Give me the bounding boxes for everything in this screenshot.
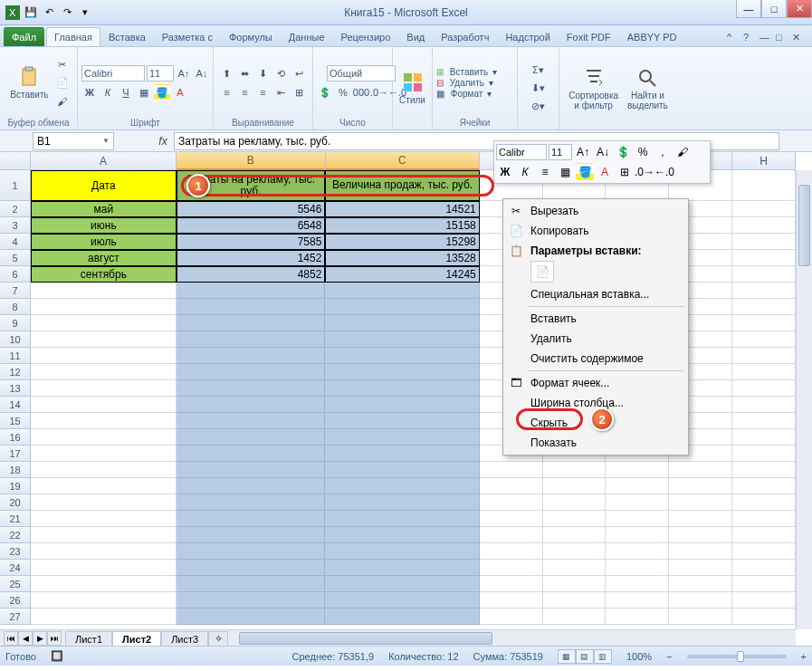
align-top-icon[interactable]: ⬆: [219, 65, 235, 81]
cell-G25[interactable]: [669, 576, 732, 592]
cell-C5[interactable]: 13528: [325, 250, 479, 266]
mini-format-painter-icon[interactable]: 🖌: [673, 143, 692, 161]
undo-icon[interactable]: ↶: [42, 5, 56, 20]
cell-H4[interactable]: [732, 234, 796, 250]
cell-C4[interactable]: 15298: [325, 234, 479, 250]
ctx-copy[interactable]: 📄 Копировать: [505, 221, 686, 241]
cell-A11[interactable]: [31, 348, 177, 364]
cell-G20[interactable]: [669, 494, 732, 511]
tab-data[interactable]: Данные: [281, 27, 333, 46]
tab-insert[interactable]: Вставка: [100, 27, 154, 46]
cell-F27[interactable]: [606, 609, 669, 625]
column-header-C[interactable]: C: [326, 152, 481, 170]
row-header-15[interactable]: 15: [0, 413, 31, 429]
cell-A15[interactable]: [31, 413, 177, 429]
cell-C9[interactable]: [325, 315, 479, 331]
ctx-cut[interactable]: ✂ Вырезать: [505, 201, 686, 221]
cell-B11[interactable]: [177, 348, 326, 364]
name-box[interactable]: B1 ▼: [33, 132, 114, 150]
find-select-button[interactable]: Найти и выделить: [624, 65, 672, 112]
cell-H5[interactable]: [732, 250, 796, 266]
cut-icon[interactable]: ✂: [54, 57, 71, 73]
cell-E19[interactable]: [543, 478, 607, 494]
cell-A16[interactable]: [31, 429, 177, 446]
ctx-paste-option-1[interactable]: 📄: [530, 261, 554, 283]
sheet-tab-2[interactable]: Лист2: [112, 631, 161, 647]
row-header-14[interactable]: 14: [0, 397, 31, 413]
cell-B23[interactable]: [177, 543, 326, 560]
doc-min-icon[interactable]: —: [759, 32, 772, 44]
zoom-knob[interactable]: [737, 651, 744, 662]
vscroll-thumb[interactable]: [798, 185, 810, 266]
tab-developer[interactable]: Разработч: [433, 27, 497, 46]
cell-H25[interactable]: [732, 576, 796, 592]
cell-G18[interactable]: [669, 462, 732, 478]
cell-B22[interactable]: [177, 527, 326, 543]
cell-D27[interactable]: [480, 609, 543, 625]
indent-dec-icon[interactable]: ⇤: [273, 84, 290, 101]
cell-B14[interactable]: [177, 397, 326, 413]
doc-close-icon[interactable]: ✕: [792, 32, 805, 44]
cell-B6[interactable]: 4852: [177, 266, 326, 283]
cell-D25[interactable]: [480, 576, 543, 592]
hscroll-thumb[interactable]: [239, 632, 492, 645]
cells-insert-button[interactable]: ⊞ Вставить ▾: [436, 67, 497, 77]
cell-H13[interactable]: [732, 380, 796, 397]
mini-align-center-icon[interactable]: ≡: [536, 163, 554, 181]
help-icon[interactable]: ?: [743, 32, 756, 44]
cells-format-button[interactable]: ▦ Формат ▾: [436, 89, 492, 99]
copy-icon[interactable]: 📄: [54, 75, 71, 91]
cell-A5[interactable]: август: [31, 250, 177, 266]
cell-H19[interactable]: [732, 478, 796, 494]
file-tab[interactable]: Файл: [4, 27, 44, 46]
tab-addins[interactable]: Надстрой: [497, 27, 558, 46]
cell-A1[interactable]: Дата: [31, 170, 177, 201]
cell-D21[interactable]: [480, 511, 543, 527]
cell-C26[interactable]: [325, 592, 479, 609]
percent-icon[interactable]: %: [335, 84, 351, 101]
cell-A12[interactable]: [31, 364, 177, 380]
cell-A17[interactable]: [31, 446, 177, 462]
view-layout-button[interactable]: ▤: [576, 649, 594, 664]
row-header-26[interactable]: 26: [0, 592, 31, 609]
cell-H22[interactable]: [732, 527, 796, 543]
cell-A19[interactable]: [31, 478, 177, 494]
cell-A8[interactable]: [31, 299, 177, 315]
mini-font-family[interactable]: Calibr: [496, 144, 547, 160]
cell-H18[interactable]: [732, 462, 796, 478]
cell-B20[interactable]: [177, 494, 326, 511]
mini-fill-color-icon[interactable]: 🪣: [576, 163, 594, 181]
row-header-9[interactable]: 9: [0, 315, 31, 331]
redo-icon[interactable]: ↷: [60, 5, 74, 20]
cell-F23[interactable]: [606, 543, 669, 560]
comma-icon[interactable]: 000: [353, 84, 369, 101]
increase-decimal-icon[interactable]: .0→: [371, 84, 387, 101]
zoom-in-button[interactable]: +: [801, 651, 807, 662]
cell-B5[interactable]: 1452: [177, 250, 326, 266]
ctx-show[interactable]: Показать: [505, 433, 686, 453]
cell-A23[interactable]: [31, 543, 177, 560]
cell-H21[interactable]: [732, 511, 796, 527]
cell-H2[interactable]: [732, 201, 796, 217]
cell-H23[interactable]: [732, 543, 796, 560]
qat-dropdown-icon[interactable]: ▾: [78, 5, 92, 20]
cell-F18[interactable]: [606, 462, 669, 478]
wrap-text-icon[interactable]: ↩: [291, 65, 308, 81]
cell-B3[interactable]: 6548: [177, 217, 326, 234]
ctx-clear-contents[interactable]: Очистить содержимое: [505, 349, 686, 369]
cell-H8[interactable]: [732, 299, 796, 315]
align-bottom-icon[interactable]: ⬇: [255, 65, 272, 81]
cell-B7[interactable]: [177, 283, 326, 299]
sheet-tab-1[interactable]: Лист1: [65, 631, 112, 647]
cell-F22[interactable]: [606, 527, 669, 543]
name-box-dropdown-icon[interactable]: ▼: [102, 137, 110, 145]
font-family-select[interactable]: Calibri: [81, 65, 145, 81]
tab-review[interactable]: Рецензиро: [333, 27, 399, 46]
cell-B26[interactable]: [177, 592, 326, 609]
cell-B13[interactable]: [177, 380, 326, 397]
tab-formulas[interactable]: Формулы: [221, 27, 281, 46]
mini-increase-font-icon[interactable]: A↑: [574, 143, 592, 161]
minimize-button[interactable]: —: [736, 0, 761, 18]
cell-A22[interactable]: [31, 527, 177, 543]
sheet-tab-new[interactable]: ✧: [208, 631, 228, 647]
